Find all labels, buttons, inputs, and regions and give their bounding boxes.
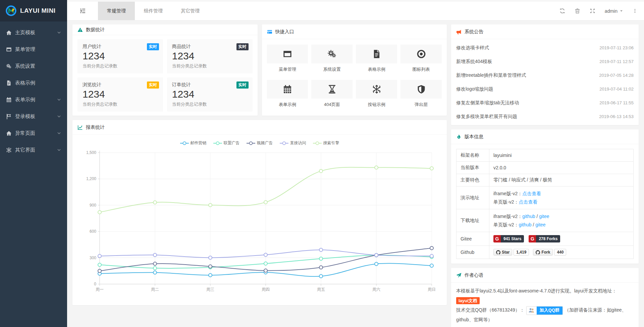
ellipsis-icon[interactable] <box>633 8 637 14</box>
quick-entry-4[interactable]: 图标列表 <box>400 45 442 75</box>
topbar-tabs: 常规管理 组件管理 其它管理 <box>98 2 209 20</box>
version-row-label: Github <box>457 246 489 259</box>
flag-icon <box>6 114 12 119</box>
quick-entry-7[interactable]: 按钮示例 <box>356 80 397 110</box>
version-link[interactable]: gitee <box>535 222 545 227</box>
fullscreen-icon[interactable] <box>590 8 595 14</box>
legend-label: 联盟广告 <box>224 140 240 146</box>
quick-entry-label: 表单示例 <box>267 102 308 108</box>
version-link-line: 单页版-v2：点击查看 <box>493 198 629 206</box>
github-count[interactable]: 1,419 <box>514 249 529 256</box>
version-row-value: iframe版-v2：点击查看单页版-v2：点击查看 <box>489 186 634 209</box>
sidebar-item-7[interactable]: 异常页面 <box>0 125 67 142</box>
github-count[interactable]: 440 <box>554 249 566 256</box>
quick-entry-3[interactable]: 表格示例 <box>356 45 397 75</box>
svg-text:1,500: 1,500 <box>86 150 96 155</box>
sidebar-item-label: 登录模板 <box>15 113 35 120</box>
user-menu[interactable]: admin <box>605 8 623 14</box>
announcement-text: 修复多模块菜单栏展开有问题 <box>456 114 517 120</box>
svg-text:周五: 周五 <box>317 287 325 292</box>
file-icon <box>6 80 12 86</box>
gitee-logo: G <box>529 235 536 242</box>
layui-doc-badge[interactable]: layui文档 <box>456 297 480 304</box>
version-row-3: 主要特色零门槛 / 响应式 / 清爽 / 极简 <box>457 174 634 186</box>
stat-desc: 当前分类总记录数 <box>172 101 248 107</box>
sidebar-collapse-button[interactable] <box>67 2 98 20</box>
version-link[interactable]: 点击查看 <box>522 191 541 196</box>
svg-text:0: 0 <box>94 282 96 286</box>
chevron-down-icon <box>57 114 61 118</box>
link-prefix: iframe版-v2： <box>493 214 522 219</box>
topbar: 常规管理 组件管理 其它管理 admin <box>67 0 644 20</box>
version-link[interactable]: 点击查看 <box>519 199 537 205</box>
announcement-date: 2019-06-17 11:55 <box>599 100 634 105</box>
octocat-icon <box>496 250 500 255</box>
stat-desc: 当前分类总记录数 <box>172 63 248 69</box>
announcement-row-5[interactable]: 修复左侧菜单缩放tab无法移动2019-06-17 11:55 <box>456 96 634 110</box>
quick-entry-iconbox <box>356 45 397 63</box>
author-card: 作者心语 本模板基于layui2.5.4以及font-awesome-4.7.0… <box>451 268 639 327</box>
author-line-2: 技术交流QQ群（667813249）：加入QQ群（加群请备注来源：如gitee、… <box>456 305 634 324</box>
quick-entry-label: 404页面 <box>311 102 353 108</box>
quick-entry-label: 表格示例 <box>356 66 397 72</box>
stat-value: 1234 <box>172 89 248 100</box>
legend-item-4[interactable]: 直接访问 <box>280 140 306 146</box>
quick-entry-iconbox <box>267 80 308 99</box>
sidebar-item-5[interactable]: 表单示例 <box>0 91 67 108</box>
author-line-1: 本模板基于layui2.5.4以及font-awesome-4.7.0进行实现。… <box>456 286 634 296</box>
sidebar-item-6[interactable]: 登录模板 <box>0 108 67 125</box>
legend-item-2[interactable]: 联盟广告 <box>213 140 240 146</box>
sidebar-item-8[interactable]: 其它界面 <box>0 142 67 158</box>
tab-zujian[interactable]: 组件管理 <box>135 2 172 20</box>
github-star-button[interactable]: Star <box>493 249 512 256</box>
tab-qita[interactable]: 其它管理 <box>172 2 209 20</box>
credit-card-icon <box>267 29 272 35</box>
gitee-badge[interactable]: G278 Forks <box>529 235 560 242</box>
legend-item-5[interactable]: 搜索引擎 <box>313 140 339 146</box>
version-row-value: v2.0.0 <box>489 162 634 174</box>
sidebar-item-1[interactable]: 主页模板 <box>0 24 67 41</box>
chevron-down-icon <box>57 98 61 102</box>
legend-item-3[interactable]: 视频广告 <box>247 140 273 146</box>
legend-item-1[interactable]: 邮件营销 <box>180 140 207 146</box>
announcement-row-1[interactable]: 修改选项卡样式2019-07-11 23:06 <box>456 41 634 55</box>
announcement-row-4[interactable]: 修改logo缩放问题2019-07-04 11:02 <box>456 82 634 96</box>
logo-title: LAYUI MINI <box>20 7 56 14</box>
version-link[interactable]: github <box>522 214 535 219</box>
stat-badge: 实时 <box>147 43 159 50</box>
qq-group-text: 技术交流QQ群（667813249）： <box>456 307 525 313</box>
refresh-icon[interactable] <box>559 8 565 14</box>
version-link[interactable]: github <box>519 222 531 227</box>
outdent-icon <box>79 8 86 14</box>
quick-entry-5[interactable]: 表单示例 <box>267 80 308 110</box>
svg-text:周六: 周六 <box>372 287 380 292</box>
join-qq-button[interactable]: 加入QQ群 <box>526 306 563 315</box>
sidebar-item-label: 主页模板 <box>15 30 35 36</box>
stat-badge: 实时 <box>147 81 159 89</box>
announcement-row-3[interactable]: 新增treetable插件和菜单管理样式2019-07-05 14:28 <box>456 68 634 82</box>
trash-icon[interactable] <box>575 8 580 14</box>
calendar-icon <box>283 85 292 94</box>
announcement-row-6[interactable]: 修复多模块菜单栏展开有问题2019-06-13 14:53 <box>456 110 634 123</box>
version-link[interactable]: gitee <box>539 214 549 219</box>
gitee-badge-text: 278 Forks <box>536 235 560 242</box>
quick-entry-1[interactable]: 菜单管理 <box>267 45 308 75</box>
gitee-badge[interactable]: G941 Stars <box>493 235 524 242</box>
version-row-label: Gitee <box>457 232 489 246</box>
tab-changgui[interactable]: 常规管理 <box>98 2 135 20</box>
dotcircle-icon <box>417 49 426 59</box>
quick-entry-2[interactable]: 系统设置 <box>311 45 353 75</box>
sidebar-item-4[interactable]: 表格示例 <box>0 74 67 91</box>
version-row-value: G941 StarsG278 Forks <box>489 232 634 246</box>
chevron-down-icon <box>57 31 61 35</box>
announcement-row-2[interactable]: 新增系统404模板2019-07-11 12:57 <box>456 55 634 68</box>
sidebar-item-2[interactable]: 菜单管理 <box>0 41 67 58</box>
home-icon <box>6 130 12 136</box>
quick-entry-iconbox <box>356 80 397 99</box>
shield-icon <box>417 85 426 94</box>
sidebar-item-3[interactable]: 系统设置 <box>0 58 67 74</box>
quick-entry-6[interactable]: 404页面 <box>311 80 353 110</box>
github-fork-button[interactable]: Fork <box>533 249 553 256</box>
calendar-icon <box>6 97 12 103</box>
quick-entry-8[interactable]: 弹出层 <box>400 80 442 110</box>
